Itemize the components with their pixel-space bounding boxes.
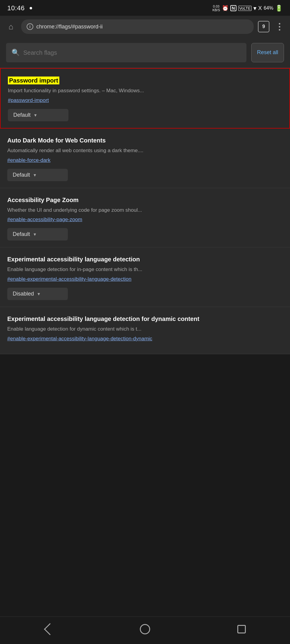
status-time: 10:46 [7,4,25,12]
flag-description: Automatically render all web contents us… [7,147,283,154]
flag-title: Experimental accessibility language dete… [7,315,283,322]
nfc-icon: N [230,5,236,11]
home-icon: ⌂ [8,22,13,31]
flag-title: Accessibility Page Zoom [7,197,283,204]
address-bar-row: ⌂ i chrome://flags/#password-ii 9 [0,16,290,38]
flag-select-label: Default [13,172,30,178]
dropdown-arrow-icon: ▾ [38,291,40,297]
battery-icon: 🔋 [275,5,283,12]
flag-anchor-link[interactable]: #enable-force-dark [7,157,51,163]
search-flags-bar: 🔍 Reset all [0,38,290,68]
nav-home-button[interactable] [136,622,154,637]
volte-icon: VoLTE [238,6,252,11]
flag-title: Password import [8,77,282,84]
flag-title: Experimental accessibility language dete… [7,256,283,263]
flag-anchor-link[interactable]: #enable-experimental-accessibility-langu… [7,336,152,342]
flag-item: Accessibility Page ZoomWhether the UI an… [0,188,290,248]
status-right: 0.03KB/S ⏰ N VoLTE ▾ X 64% 🔋 [213,5,283,12]
flag-select[interactable]: Default▾ [8,109,68,121]
flag-item: Experimental accessibility language dete… [0,247,290,307]
flag-select-label: Default [13,231,30,237]
flag-select[interactable]: Default▾ [7,228,68,240]
flag-description: Enable language detection for in-page co… [7,266,283,273]
nav-back-button[interactable] [39,622,58,637]
menu-button[interactable] [274,21,285,32]
dropdown-arrow-icon: ▾ [34,112,37,118]
signal-icon: X [258,5,262,11]
flags-list: Password importImport functionality in p… [0,68,290,354]
recent-apps-icon [237,625,246,633]
nav-recent-button[interactable] [232,622,251,637]
info-label: i [29,24,31,29]
search-icon: 🔍 [12,49,20,57]
flag-select[interactable]: Default▾ [7,169,68,181]
reset-all-button[interactable]: Reset all [251,43,284,62]
dropdown-arrow-icon: ▾ [34,231,36,237]
flag-anchor-link[interactable]: #enable-experimental-accessibility-langu… [7,276,131,282]
status-bar: 10:46 0.03KB/S ⏰ N VoLTE ▾ X 64% 🔋 [0,0,290,16]
flag-title: Auto Dark Mode for Web Contents [7,137,283,144]
tab-count-button[interactable]: 9 [258,21,269,32]
bottom-navigation [0,616,290,644]
flag-select-label: Disabled [13,291,34,297]
tab-count: 9 [262,24,265,29]
status-dot [30,7,32,9]
address-text: chrome://flags/#password-ii [36,24,248,30]
flag-description: Whether the UI and underlying code for p… [7,207,283,214]
kbs-indicator: 0.03KB/S [213,5,220,12]
flag-anchor-link[interactable]: #enable-accessibility-page-zoom [7,217,82,223]
flag-title-highlighted: Password import [8,77,59,84]
flag-item: Experimental accessibility language dete… [0,307,290,354]
alarm-icon: ⏰ [222,5,229,11]
flag-select-label: Default [13,112,31,118]
flag-select[interactable]: Disabled▾ [7,288,68,300]
search-flags-input[interactable] [23,49,241,56]
three-dots-icon [279,23,280,31]
address-bar[interactable]: i chrome://flags/#password-ii [21,19,254,34]
dropdown-arrow-icon: ▾ [34,172,36,178]
flag-description: Import functionality in password setting… [8,87,282,94]
home-button[interactable]: ⌂ [5,21,17,33]
back-icon [44,623,56,635]
flag-item: Password importImport functionality in p… [0,68,290,129]
flag-description: Enable language detection for dynamic co… [7,325,283,333]
wifi-icon: ▾ [253,5,256,12]
battery-percentage: 64% [264,5,273,11]
search-flags-wrap[interactable]: 🔍 [6,43,246,62]
home-circle-icon [140,624,150,634]
info-icon: i [27,23,33,30]
flag-item: Auto Dark Mode for Web ContentsAutomatic… [0,129,290,188]
flag-anchor-link[interactable]: #password-import [8,97,49,103]
